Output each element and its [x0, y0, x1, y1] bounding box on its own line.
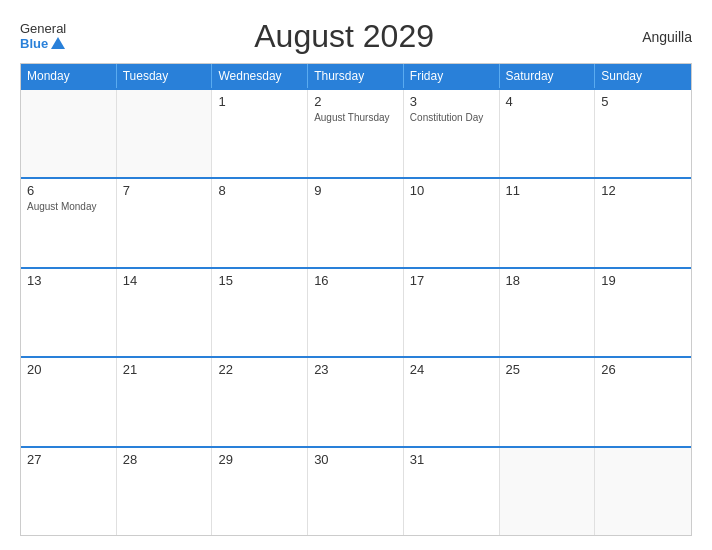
calendar-title: August 2029: [66, 18, 622, 55]
calendar-cell: 3Constitution Day: [404, 90, 500, 177]
day-number: 3: [410, 94, 493, 109]
country-label: Anguilla: [622, 29, 692, 45]
day-number: 8: [218, 183, 301, 198]
calendar-cell: 7: [117, 179, 213, 266]
day-number: 15: [218, 273, 301, 288]
day-event: Constitution Day: [410, 111, 493, 124]
calendar-cell: 25: [500, 358, 596, 445]
calendar-cell: 31: [404, 448, 500, 535]
day-number: 5: [601, 94, 685, 109]
calendar-cell: 9: [308, 179, 404, 266]
day-number: 4: [506, 94, 589, 109]
day-number: 11: [506, 183, 589, 198]
weekday-header-friday: Friday: [404, 64, 500, 88]
calendar-cell: 11: [500, 179, 596, 266]
day-number: 23: [314, 362, 397, 377]
weekday-header-wednesday: Wednesday: [212, 64, 308, 88]
day-number: 27: [27, 452, 110, 467]
day-event: August Thursday: [314, 111, 397, 124]
calendar-cell: [595, 448, 691, 535]
day-number: 1: [218, 94, 301, 109]
calendar-cell: 28: [117, 448, 213, 535]
calendar-body: 12August Thursday3Constitution Day456Aug…: [21, 88, 691, 535]
day-number: 30: [314, 452, 397, 467]
calendar-cell: [21, 90, 117, 177]
weekday-header-tuesday: Tuesday: [117, 64, 213, 88]
calendar-cell: 20: [21, 358, 117, 445]
day-number: 19: [601, 273, 685, 288]
calendar-cell: 22: [212, 358, 308, 445]
calendar-week-3: 13141516171819: [21, 267, 691, 356]
calendar-cell: 13: [21, 269, 117, 356]
calendar-cell: 14: [117, 269, 213, 356]
calendar-cell: 4: [500, 90, 596, 177]
calendar-cell: 19: [595, 269, 691, 356]
day-number: 21: [123, 362, 206, 377]
day-number: 20: [27, 362, 110, 377]
header: General Blue August 2029 Anguilla: [20, 18, 692, 55]
calendar-cell: 27: [21, 448, 117, 535]
calendar-cell: 18: [500, 269, 596, 356]
logo-triangle-icon: [51, 37, 65, 49]
calendar-cell: 23: [308, 358, 404, 445]
day-number: 7: [123, 183, 206, 198]
weekday-header-sunday: Sunday: [595, 64, 691, 88]
day-number: 9: [314, 183, 397, 198]
day-number: 16: [314, 273, 397, 288]
day-number: 14: [123, 273, 206, 288]
calendar-cell: 24: [404, 358, 500, 445]
calendar-cell: 16: [308, 269, 404, 356]
calendar-cell: 12: [595, 179, 691, 266]
calendar-cell: [500, 448, 596, 535]
day-number: 22: [218, 362, 301, 377]
weekday-header-thursday: Thursday: [308, 64, 404, 88]
calendar-cell: 21: [117, 358, 213, 445]
calendar-cell: 1: [212, 90, 308, 177]
day-number: 28: [123, 452, 206, 467]
day-number: 24: [410, 362, 493, 377]
calendar-week-1: 12August Thursday3Constitution Day45: [21, 88, 691, 177]
calendar-cell: 17: [404, 269, 500, 356]
calendar-cell: 8: [212, 179, 308, 266]
calendar-cell: 15: [212, 269, 308, 356]
calendar-header: MondayTuesdayWednesdayThursdayFridaySatu…: [21, 64, 691, 88]
calendar: MondayTuesdayWednesdayThursdayFridaySatu…: [20, 63, 692, 536]
day-number: 31: [410, 452, 493, 467]
calendar-week-4: 20212223242526: [21, 356, 691, 445]
calendar-cell: 10: [404, 179, 500, 266]
weekday-header-saturday: Saturday: [500, 64, 596, 88]
day-number: 18: [506, 273, 589, 288]
day-event: August Monday: [27, 200, 110, 213]
day-number: 26: [601, 362, 685, 377]
calendar-cell: 2August Thursday: [308, 90, 404, 177]
calendar-cell: 26: [595, 358, 691, 445]
logo: General Blue: [20, 22, 66, 51]
calendar-cell: 5: [595, 90, 691, 177]
calendar-week-5: 2728293031: [21, 446, 691, 535]
day-number: 10: [410, 183, 493, 198]
calendar-cell: 30: [308, 448, 404, 535]
day-number: 25: [506, 362, 589, 377]
page: General Blue August 2029 Anguilla Monday…: [0, 0, 712, 550]
calendar-week-2: 6August Monday789101112: [21, 177, 691, 266]
day-number: 29: [218, 452, 301, 467]
calendar-cell: 29: [212, 448, 308, 535]
logo-blue-text: Blue: [20, 37, 65, 51]
day-number: 12: [601, 183, 685, 198]
day-number: 13: [27, 273, 110, 288]
logo-general-text: General: [20, 22, 66, 36]
weekday-header-monday: Monday: [21, 64, 117, 88]
calendar-cell: [117, 90, 213, 177]
day-number: 6: [27, 183, 110, 198]
calendar-cell: 6August Monday: [21, 179, 117, 266]
day-number: 17: [410, 273, 493, 288]
day-number: 2: [314, 94, 397, 109]
